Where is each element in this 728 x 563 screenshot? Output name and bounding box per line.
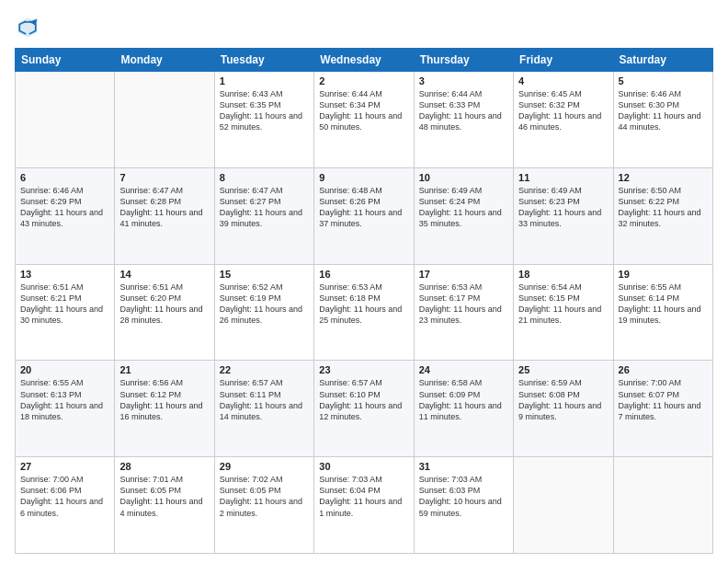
day-number: 20 [20, 364, 109, 375]
cell-content: Sunrise: 6:49 AMSunset: 6:23 PMDaylight:… [518, 185, 608, 230]
weekday-header: Saturday [613, 49, 712, 72]
day-number: 27 [20, 461, 109, 472]
logo [15, 15, 44, 40]
calendar-cell: 15Sunrise: 6:52 AMSunset: 6:19 PMDayligh… [214, 264, 313, 361]
calendar-header-row: SundayMondayTuesdayWednesdayThursdayFrid… [16, 49, 713, 72]
day-number: 25 [518, 364, 608, 375]
calendar-week-row: 1Sunrise: 6:43 AMSunset: 6:35 PMDaylight… [16, 72, 713, 168]
cell-content: Sunrise: 6:51 AMSunset: 6:20 PMDaylight:… [119, 282, 209, 327]
day-number: 18 [518, 269, 608, 280]
day-number: 12 [619, 172, 708, 183]
cell-content: Sunrise: 6:54 AMSunset: 6:15 PMDaylight:… [518, 282, 608, 327]
cell-content: Sunrise: 6:53 AMSunset: 6:18 PMDaylight:… [319, 282, 408, 327]
cell-content: Sunrise: 6:53 AMSunset: 6:17 PMDaylight:… [419, 282, 508, 327]
day-number: 26 [619, 364, 708, 375]
day-number: 19 [619, 269, 708, 280]
calendar-cell: 31Sunrise: 7:03 AMSunset: 6:03 PMDayligh… [414, 457, 513, 554]
calendar-cell: 24Sunrise: 6:58 AMSunset: 6:09 PMDayligh… [414, 361, 513, 457]
calendar-cell: 1Sunrise: 6:43 AMSunset: 6:35 PMDaylight… [214, 72, 313, 168]
cell-content: Sunrise: 6:47 AMSunset: 6:27 PMDaylight:… [220, 185, 309, 230]
cell-content: Sunrise: 7:01 AMSunset: 6:05 PMDaylight:… [119, 474, 209, 519]
cell-content: Sunrise: 6:51 AMSunset: 6:21 PMDaylight:… [20, 282, 109, 327]
calendar-cell: 30Sunrise: 7:03 AMSunset: 6:04 PMDayligh… [314, 457, 414, 554]
day-number: 7 [119, 172, 209, 183]
page: SundayMondayTuesdayWednesdayThursdayFrid… [0, 0, 728, 563]
cell-content: Sunrise: 6:46 AMSunset: 6:29 PMDaylight:… [20, 185, 109, 230]
calendar-cell: 28Sunrise: 7:01 AMSunset: 6:05 PMDayligh… [115, 457, 214, 554]
day-number: 29 [220, 461, 309, 472]
logo-icon [15, 15, 40, 40]
calendar-cell: 23Sunrise: 6:57 AMSunset: 6:10 PMDayligh… [314, 361, 414, 457]
calendar-cell: 22Sunrise: 6:57 AMSunset: 6:11 PMDayligh… [214, 361, 313, 457]
day-number: 2 [319, 75, 408, 86]
cell-content: Sunrise: 6:46 AMSunset: 6:30 PMDaylight:… [619, 88, 708, 133]
day-number: 23 [319, 364, 408, 375]
day-number: 1 [220, 75, 309, 86]
cell-content: Sunrise: 6:59 AMSunset: 6:08 PMDaylight:… [518, 377, 608, 422]
day-number: 9 [319, 172, 408, 183]
cell-content: Sunrise: 6:57 AMSunset: 6:11 PMDaylight:… [220, 377, 309, 422]
day-number: 3 [419, 75, 508, 86]
calendar-cell: 5Sunrise: 6:46 AMSunset: 6:30 PMDaylight… [613, 72, 712, 168]
calendar-cell: 21Sunrise: 6:56 AMSunset: 6:12 PMDayligh… [115, 361, 214, 457]
day-number: 31 [419, 461, 508, 472]
calendar-cell [115, 72, 214, 168]
calendar-week-row: 13Sunrise: 6:51 AMSunset: 6:21 PMDayligh… [16, 264, 713, 361]
weekday-header: Friday [514, 49, 613, 72]
calendar-cell: 25Sunrise: 6:59 AMSunset: 6:08 PMDayligh… [514, 361, 613, 457]
day-number: 5 [619, 75, 708, 86]
day-number: 4 [518, 75, 608, 86]
calendar-cell: 27Sunrise: 7:00 AMSunset: 6:06 PMDayligh… [16, 457, 115, 554]
cell-content: Sunrise: 6:55 AMSunset: 6:13 PMDaylight:… [20, 377, 109, 422]
cell-content: Sunrise: 6:49 AMSunset: 6:24 PMDaylight:… [419, 185, 508, 230]
calendar-cell: 7Sunrise: 6:47 AMSunset: 6:28 PMDaylight… [115, 167, 214, 264]
calendar-cell: 20Sunrise: 6:55 AMSunset: 6:13 PMDayligh… [16, 361, 115, 457]
day-number: 24 [419, 364, 508, 375]
calendar-cell: 12Sunrise: 6:50 AMSunset: 6:22 PMDayligh… [613, 167, 712, 264]
cell-content: Sunrise: 6:57 AMSunset: 6:10 PMDaylight:… [319, 377, 408, 422]
cell-content: Sunrise: 7:00 AMSunset: 6:07 PMDaylight:… [619, 377, 708, 422]
calendar-cell: 10Sunrise: 6:49 AMSunset: 6:24 PMDayligh… [414, 167, 513, 264]
calendar-cell: 29Sunrise: 7:02 AMSunset: 6:05 PMDayligh… [214, 457, 313, 554]
calendar-cell [613, 457, 712, 554]
day-number: 6 [20, 172, 109, 183]
cell-content: Sunrise: 6:52 AMSunset: 6:19 PMDaylight:… [220, 282, 309, 327]
cell-content: Sunrise: 6:47 AMSunset: 6:28 PMDaylight:… [119, 185, 209, 230]
day-number: 16 [319, 269, 408, 280]
cell-content: Sunrise: 7:00 AMSunset: 6:06 PMDaylight:… [20, 474, 109, 519]
header [15, 15, 713, 40]
calendar-table: SundayMondayTuesdayWednesdayThursdayFrid… [15, 48, 713, 554]
calendar-cell: 8Sunrise: 6:47 AMSunset: 6:27 PMDaylight… [214, 167, 313, 264]
day-number: 13 [20, 269, 109, 280]
cell-content: Sunrise: 7:03 AMSunset: 6:04 PMDaylight:… [319, 474, 408, 519]
calendar-cell: 6Sunrise: 6:46 AMSunset: 6:29 PMDaylight… [16, 167, 115, 264]
cell-content: Sunrise: 6:43 AMSunset: 6:35 PMDaylight:… [220, 88, 309, 133]
calendar-cell: 4Sunrise: 6:45 AMSunset: 6:32 PMDaylight… [514, 72, 613, 168]
calendar-cell [514, 457, 613, 554]
weekday-header: Sunday [16, 49, 115, 72]
cell-content: Sunrise: 6:44 AMSunset: 6:34 PMDaylight:… [319, 88, 408, 133]
cell-content: Sunrise: 6:48 AMSunset: 6:26 PMDaylight:… [319, 185, 408, 230]
day-number: 10 [419, 172, 508, 183]
day-number: 14 [119, 269, 209, 280]
calendar-cell: 3Sunrise: 6:44 AMSunset: 6:33 PMDaylight… [414, 72, 513, 168]
calendar-week-row: 20Sunrise: 6:55 AMSunset: 6:13 PMDayligh… [16, 361, 713, 457]
day-number: 15 [220, 269, 309, 280]
cell-content: Sunrise: 6:58 AMSunset: 6:09 PMDaylight:… [419, 377, 508, 422]
cell-content: Sunrise: 7:03 AMSunset: 6:03 PMDaylight:… [419, 474, 508, 519]
calendar-cell: 9Sunrise: 6:48 AMSunset: 6:26 PMDaylight… [314, 167, 414, 264]
cell-content: Sunrise: 6:56 AMSunset: 6:12 PMDaylight:… [119, 377, 209, 422]
calendar-cell: 13Sunrise: 6:51 AMSunset: 6:21 PMDayligh… [16, 264, 115, 361]
calendar-cell: 18Sunrise: 6:54 AMSunset: 6:15 PMDayligh… [514, 264, 613, 361]
weekday-header: Thursday [414, 49, 513, 72]
calendar-cell: 19Sunrise: 6:55 AMSunset: 6:14 PMDayligh… [613, 264, 712, 361]
calendar-cell: 14Sunrise: 6:51 AMSunset: 6:20 PMDayligh… [115, 264, 214, 361]
calendar-cell [16, 72, 115, 168]
calendar-cell: 11Sunrise: 6:49 AMSunset: 6:23 PMDayligh… [514, 167, 613, 264]
cell-content: Sunrise: 6:45 AMSunset: 6:32 PMDaylight:… [518, 88, 608, 133]
cell-content: Sunrise: 6:55 AMSunset: 6:14 PMDaylight:… [619, 282, 708, 327]
calendar-week-row: 6Sunrise: 6:46 AMSunset: 6:29 PMDaylight… [16, 167, 713, 264]
calendar-week-row: 27Sunrise: 7:00 AMSunset: 6:06 PMDayligh… [16, 457, 713, 554]
cell-content: Sunrise: 7:02 AMSunset: 6:05 PMDaylight:… [220, 474, 309, 519]
day-number: 11 [518, 172, 608, 183]
